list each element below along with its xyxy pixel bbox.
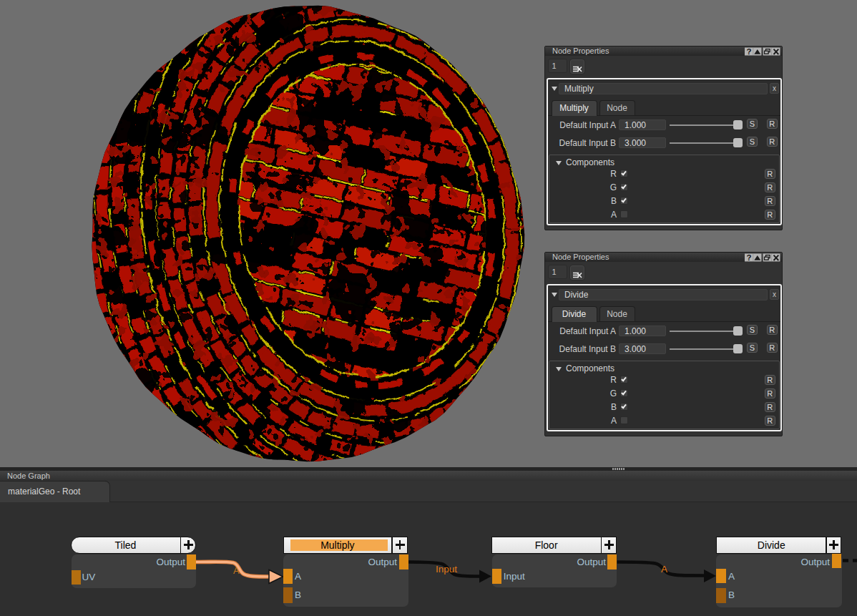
svg-text:?: ? [746, 47, 751, 56]
svg-text:A: A [233, 565, 240, 576]
svg-text:A: A [661, 564, 667, 575]
svg-text:Input: Input [436, 564, 457, 575]
svg-text:?: ? [746, 253, 751, 262]
